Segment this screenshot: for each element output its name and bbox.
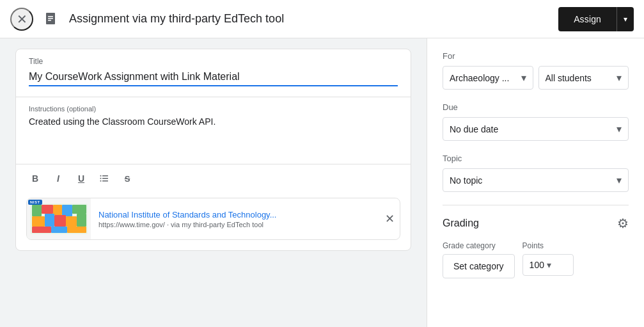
list-button[interactable]	[95, 170, 113, 187]
right-panel: For Archaeology ... ▾ All students ▾ Due…	[427, 38, 644, 327]
svg-rect-12	[32, 205, 42, 216]
svg-rect-16	[72, 205, 86, 214]
topic-select-value: No topic	[450, 175, 614, 186]
set-category-button[interactable]: Set category	[443, 254, 515, 278]
grading-row: Grade category Set category Points 100 ▾	[443, 241, 629, 278]
svg-point-8	[100, 178, 102, 179]
doc-icon	[41, 9, 61, 29]
attachment-url: https://www.time.gov/ · via my third-par…	[98, 221, 372, 228]
for-label: For	[443, 51, 629, 61]
students-select-value: All students	[546, 73, 615, 83]
svg-rect-15	[62, 205, 72, 216]
svg-rect-20	[66, 216, 77, 227]
nist-badge: NIST	[28, 200, 42, 205]
topic-field-group: Topic No topic ▾	[443, 154, 629, 192]
chevron-down-icon: ▾	[624, 15, 627, 24]
attachment-info: National Institute of Standards and Tech…	[91, 205, 380, 234]
class-select-arrow: ▾	[521, 72, 526, 84]
svg-rect-2	[48, 18, 53, 19]
svg-rect-18	[45, 214, 54, 227]
topbar: ✕ Assignment via my third-party EdTech t…	[0, 0, 644, 38]
main-content: Title Instructions (optional) Created us…	[0, 38, 644, 327]
points-col: Points 100 ▾	[522, 241, 574, 278]
grading-header: Grading ⚙	[443, 216, 629, 231]
students-select-arrow: ▾	[617, 72, 622, 84]
for-selects-row: Archaeology ... ▾ All students ▾	[443, 66, 629, 90]
italic-button[interactable]: I	[49, 170, 67, 187]
svg-rect-14	[53, 205, 62, 215]
due-field-group: Due No due date ▾	[443, 102, 629, 141]
svg-rect-3	[48, 20, 51, 21]
topbar-actions: Assign ▾	[558, 7, 634, 31]
for-field-group: For Archaeology ... ▾ All students ▾	[443, 51, 629, 90]
svg-rect-5	[102, 178, 108, 179]
instructions-text[interactable]: Created using the Classroom CourseWork A…	[29, 115, 398, 154]
svg-rect-4	[102, 175, 108, 177]
instructions-section: Instructions (optional) Created using th…	[16, 97, 411, 164]
instructions-label: Instructions (optional)	[29, 105, 398, 113]
svg-point-7	[100, 175, 102, 177]
topic-select-arrow: ▾	[617, 174, 622, 186]
attachment-close-button[interactable]: ✕	[380, 207, 400, 231]
close-button[interactable]: ✕	[10, 8, 33, 31]
title-label: Title	[29, 57, 398, 66]
assign-button[interactable]: Assign	[558, 7, 617, 31]
left-panel: Title Instructions (optional) Created us…	[0, 38, 427, 327]
title-input[interactable]	[29, 68, 398, 86]
svg-rect-23	[51, 227, 67, 233]
points-label: Points	[522, 241, 574, 250]
class-select[interactable]: Archaeology ... ▾	[443, 66, 533, 90]
topic-label: Topic	[443, 154, 629, 163]
svg-rect-6	[102, 180, 108, 182]
divider	[443, 205, 629, 205]
grading-title: Grading	[443, 218, 479, 229]
due-label: Due	[443, 102, 629, 112]
assign-dropdown-button[interactable]: ▾	[617, 7, 634, 31]
due-select-arrow: ▾	[617, 123, 622, 135]
attachment-title: National Institute of Standards and Tech…	[98, 210, 372, 219]
assignment-card: Title Instructions (optional) Created us…	[15, 49, 411, 251]
page-title: Assignment via my third-party EdTech too…	[69, 12, 551, 26]
attachment-card: NIST	[26, 198, 400, 240]
students-select[interactable]: All students ▾	[538, 66, 629, 90]
bold-button[interactable]: B	[26, 170, 44, 187]
due-select[interactable]: No due date ▾	[443, 117, 629, 141]
class-select-value: Archaeology ...	[450, 73, 519, 83]
svg-point-9	[100, 180, 102, 182]
close-icon: ✕	[17, 12, 27, 27]
underline-button[interactable]: U	[72, 170, 90, 187]
formatting-toolbar: B I U S	[16, 164, 411, 193]
svg-rect-1	[48, 16, 53, 17]
grade-category-col: Grade category Set category	[443, 241, 515, 278]
grading-settings-button[interactable]: ⚙	[617, 216, 629, 231]
points-arrow: ▾	[547, 260, 551, 270]
points-select[interactable]: 100 ▾	[522, 254, 574, 276]
strikethrough-button[interactable]: S	[118, 170, 136, 187]
due-select-value: No due date	[450, 124, 614, 134]
svg-rect-17	[32, 216, 45, 227]
svg-rect-19	[54, 215, 66, 227]
attachment-thumbnail: NIST	[27, 198, 91, 239]
svg-rect-13	[42, 205, 53, 214]
title-section: Title	[16, 49, 411, 97]
topic-select[interactable]: No topic ▾	[443, 168, 629, 192]
svg-rect-21	[77, 214, 86, 227]
svg-rect-24	[67, 227, 86, 233]
grade-category-label: Grade category	[443, 241, 515, 250]
points-value: 100	[530, 260, 544, 270]
gear-icon: ⚙	[617, 216, 629, 231]
svg-rect-22	[32, 227, 51, 233]
